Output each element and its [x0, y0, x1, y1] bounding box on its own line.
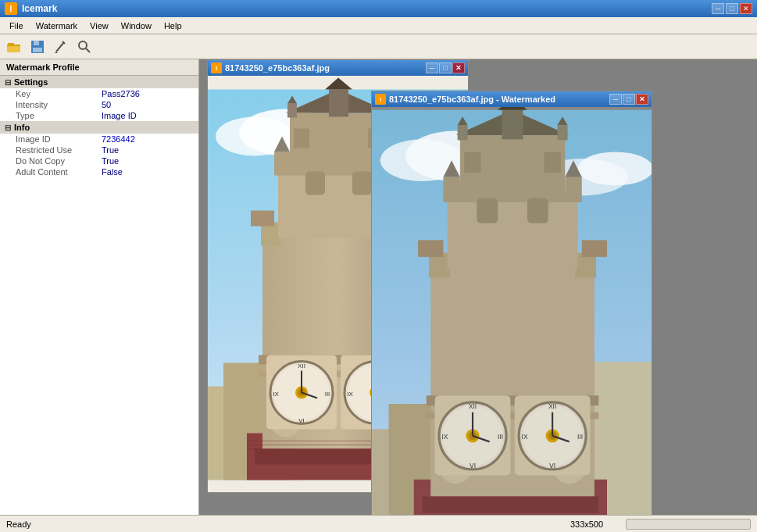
- svg-marker-123: [498, 107, 527, 110]
- mdi-title-original: 81743250_e75bc363af.jpg: [225, 63, 426, 73]
- svg-rect-53: [274, 152, 290, 176]
- settings-section-header[interactable]: ⊟ Settings: [0, 76, 198, 88]
- open-button[interactable]: [3, 37, 25, 57]
- tree-row: Key Pass2736: [0, 88, 198, 99]
- mdi-minimize-watermarked[interactable]: ─: [609, 94, 622, 105]
- mdi-title-watermarked: 81743250_e75bc363af.jpg - Watermarked: [389, 95, 609, 104]
- mdi-maximize-original[interactable]: □: [439, 62, 452, 73]
- settings-label: Settings: [14, 77, 48, 87]
- svg-line-10: [86, 48, 90, 52]
- app-title: Icemark: [22, 3, 712, 14]
- svg-rect-68: [352, 172, 372, 195]
- svg-text:III: III: [325, 391, 330, 398]
- tree-row: Restricted Use True: [0, 145, 198, 155]
- info-section-header[interactable]: ⊟ Info: [0, 121, 198, 134]
- app-icon: I: [5, 2, 17, 15]
- donotcopy-value: True: [102, 156, 119, 166]
- edit-button[interactable]: [50, 37, 72, 57]
- svg-rect-58: [294, 129, 309, 148]
- intensity-label: Intensity: [16, 100, 102, 109]
- adultcontent-value: False: [102, 167, 123, 177]
- menu-bar: File Watermark View Window Help: [0, 17, 757, 34]
- mdi-icon-original: I: [211, 62, 222, 73]
- svg-rect-67: [305, 172, 325, 195]
- key-value: Pass2736: [102, 89, 140, 98]
- adultcontent-label: Adult Content: [16, 167, 102, 177]
- imageid-label: Image ID: [16, 134, 102, 144]
- svg-point-9: [79, 41, 87, 49]
- menu-file[interactable]: File: [3, 17, 30, 34]
- svg-line-6: [56, 42, 64, 52]
- mdi-close-original[interactable]: ✕: [452, 62, 465, 73]
- svg-rect-130: [372, 110, 652, 515]
- settings-toggle: ⊟: [5, 78, 11, 87]
- mdi-controls-watermarked: ─ □ ✕: [609, 94, 648, 105]
- menu-window[interactable]: Window: [115, 17, 158, 34]
- type-value: Image ID: [102, 111, 137, 120]
- svg-rect-50: [251, 211, 274, 227]
- mdi-controls-original: ─ □ ✕: [426, 62, 465, 73]
- title-bar: I Icemark ─ □ ✕: [0, 0, 757, 17]
- mdi-titlebar-original: I 81743250_e75bc363af.jpg ─ □ ✕: [208, 60, 468, 76]
- main-layout: Watermark Profile ⊟ Settings Key Pass273…: [0, 59, 757, 515]
- svg-text:VI: VI: [298, 417, 305, 424]
- mdi-window-watermarked[interactable]: I 81743250_e75bc363af.jpg - Watermarked …: [371, 91, 652, 515]
- menu-help[interactable]: Help: [158, 17, 188, 34]
- mdi-close-watermarked[interactable]: ✕: [636, 94, 648, 105]
- imageid-value: 7236442: [102, 134, 135, 144]
- donotcopy-label: Do Not Copy: [16, 156, 102, 166]
- image-dimensions: 333x500: [548, 520, 626, 529]
- tree-row: Do Not Copy True: [0, 155, 198, 166]
- tree-row: Intensity 50: [0, 99, 198, 110]
- toolbar: [0, 34, 757, 59]
- maximize-button[interactable]: □: [726, 3, 738, 14]
- mdi-titlebar-watermarked: I 81743250_e75bc363af.jpg - Watermarked …: [372, 91, 652, 107]
- window-controls: ─ □ ✕: [712, 3, 752, 14]
- tree-row: Adult Content False: [0, 166, 198, 177]
- save-button[interactable]: [27, 37, 48, 57]
- left-panel: Watermark Profile ⊟ Settings Key Pass273…: [0, 59, 199, 515]
- info-toggle: ⊟: [5, 123, 11, 132]
- restricted-label: Restricted Use: [16, 145, 102, 155]
- svg-marker-7: [55, 52, 58, 53]
- settings-rows: Key Pass2736 Intensity 50 Type Image ID: [0, 88, 198, 121]
- svg-rect-5: [33, 48, 42, 52]
- menu-watermark[interactable]: Watermark: [30, 17, 84, 34]
- svg-rect-0: [8, 43, 14, 45]
- svg-rect-61: [329, 90, 348, 117]
- close-button[interactable]: ✕: [740, 3, 752, 14]
- progress-area: [626, 519, 751, 530]
- info-rows: Image ID 7236442 Restricted Use True Do …: [0, 134, 198, 177]
- mdi-content-watermarked: XII III VI IX XII III VI IX: [372, 107, 652, 515]
- key-label: Key: [16, 89, 102, 98]
- svg-text:IX: IX: [273, 391, 279, 398]
- svg-text:IX: IX: [347, 391, 353, 398]
- clock-tower-image-watermarked: XII III VI IX XII III VI IX: [372, 107, 652, 515]
- status-text: Ready: [6, 520, 548, 529]
- mdi-background: I 81743250_e75bc363af.jpg ─ □ ✕: [199, 59, 757, 515]
- tree-row: Image ID 7236442: [0, 134, 198, 145]
- info-label: Info: [14, 123, 30, 132]
- intensity-value: 50: [102, 100, 111, 109]
- mdi-maximize-watermarked[interactable]: □: [623, 94, 635, 105]
- svg-rect-4: [34, 41, 39, 45]
- menu-view[interactable]: View: [84, 17, 115, 34]
- svg-text:XII: XII: [298, 362, 305, 370]
- panel-header: Watermark Profile: [0, 59, 198, 76]
- restricted-value: True: [102, 145, 119, 155]
- svg-rect-63: [287, 104, 297, 118]
- status-bar: Ready 333x500: [0, 515, 757, 532]
- type-label: Type: [16, 111, 102, 120]
- tree-row: Type Image ID: [0, 110, 198, 121]
- mdi-icon-watermarked: I: [375, 94, 386, 105]
- svg-rect-2: [7, 45, 20, 46]
- minimize-button[interactable]: ─: [712, 3, 724, 14]
- search-button[interactable]: [73, 37, 95, 57]
- svg-marker-62: [325, 78, 352, 90]
- mdi-minimize-original[interactable]: ─: [426, 62, 438, 73]
